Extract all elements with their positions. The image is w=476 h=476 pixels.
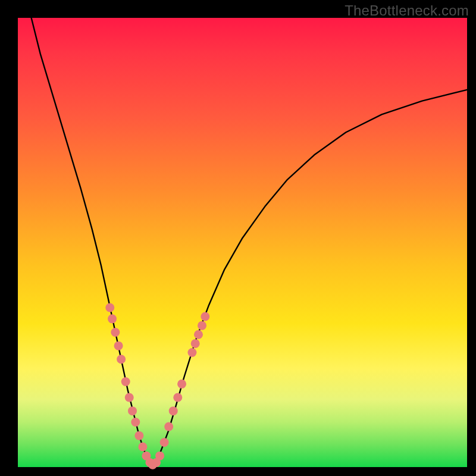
data-marker [138,443,147,452]
watermark-text: TheBottleneck.com [345,2,469,19]
plot-area [18,18,467,467]
chart-svg [18,18,467,467]
data-marker [169,406,178,415]
data-marker [164,422,173,431]
data-marker [187,348,196,357]
data-marker [198,321,206,330]
data-marker [134,431,143,440]
chart-frame: TheBottleneck.com [0,0,476,476]
data-marker [177,380,186,389]
data-marker [117,355,126,364]
data-marker [114,342,123,350]
data-marker [173,393,182,402]
data-marker [155,452,164,461]
curve-markers [105,303,209,469]
data-marker [201,312,209,321]
data-marker [128,406,137,415]
data-marker [125,393,134,402]
data-marker [111,328,120,337]
data-marker [194,330,203,339]
data-marker [121,377,130,386]
data-marker [108,314,117,323]
data-marker [131,418,140,427]
bottleneck-curve [32,18,467,465]
data-marker [105,303,114,312]
data-marker [191,339,200,348]
data-marker [160,438,169,447]
